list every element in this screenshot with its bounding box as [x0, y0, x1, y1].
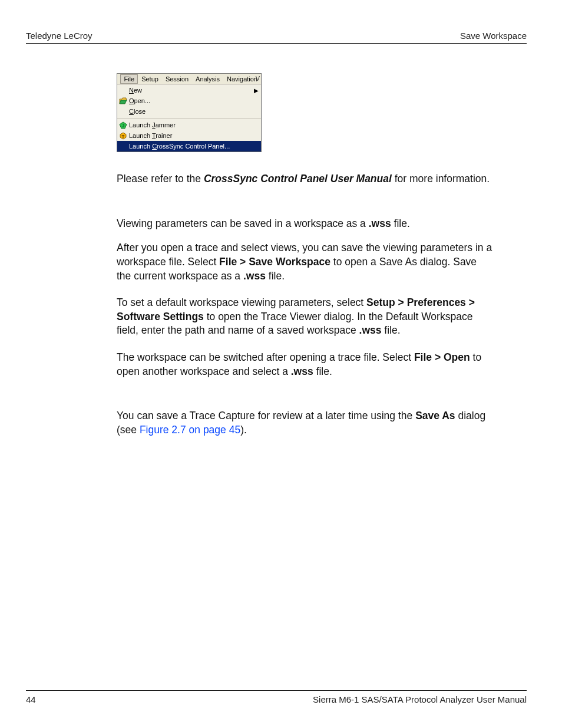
paragraph: You can save a Trace Capture for review …: [117, 409, 494, 437]
paragraph: After you open a trace and select views,…: [117, 241, 494, 283]
header-left: Teledyne LeCroy: [26, 31, 92, 41]
jammer-icon: J: [117, 121, 129, 129]
menu-item-label: Launch Trainer: [129, 132, 257, 139]
paragraph: Viewing parameters can be saved in a wor…: [117, 217, 494, 231]
footer-title: Sierra M6-1 SAS/SATA Protocol Analyzer U…: [313, 694, 527, 704]
menu-item-label: Launch CrossSync Control Panel...: [129, 143, 257, 150]
menu-separator: [117, 118, 261, 118]
menu-item-label: Open...: [129, 97, 257, 104]
menu-file[interactable]: File: [120, 74, 138, 84]
paragraph: To set a default workspace viewing param…: [117, 296, 494, 338]
menu-item-close[interactable]: Close: [117, 106, 261, 117]
svg-text:J: J: [122, 123, 124, 128]
svg-text:T: T: [122, 133, 125, 139]
menu-item-launch-crosssync[interactable]: Launch CrossSync Control Panel...: [117, 141, 261, 151]
paragraph: Please refer to the CrossSync Control Pa…: [117, 172, 494, 186]
open-folder-icon: [117, 97, 129, 104]
menu-item-new[interactable]: New ▶: [117, 85, 261, 95]
menu-item-label: Close: [129, 108, 257, 115]
trainer-icon: T: [117, 132, 129, 140]
menu-clipped-indicator: V: [256, 75, 260, 82]
header-right: Save Workspace: [460, 31, 527, 41]
file-dropdown: New ▶ Open... Close: [117, 85, 261, 151]
page-number: 44: [26, 694, 36, 704]
menu-setup[interactable]: Setup: [138, 74, 162, 84]
menubar: File Setup Session Analysis Navigation V: [117, 74, 261, 85]
menu-analysis[interactable]: Analysis: [192, 74, 223, 84]
menu-item-launch-jammer[interactable]: J Launch Jammer: [117, 120, 261, 130]
menu-item-label: New: [129, 87, 257, 94]
footer-rule: [26, 690, 527, 691]
content: Please refer to the CrossSync Control Pa…: [117, 172, 494, 437]
menu-session[interactable]: Session: [162, 74, 192, 84]
submenu-arrow-icon: ▶: [254, 87, 259, 94]
menu-item-label: Launch Jammer: [129, 121, 257, 129]
menu-item-launch-trainer[interactable]: T Launch Trainer: [117, 130, 261, 141]
header-rule: [26, 43, 527, 44]
paragraph: The workspace can be switched after open…: [117, 351, 494, 378]
menu-item-open[interactable]: Open...: [117, 95, 261, 106]
figure-link[interactable]: Figure 2.7 on page 45: [140, 424, 240, 436]
app-screenshot: File Setup Session Analysis Navigation V…: [117, 73, 262, 152]
